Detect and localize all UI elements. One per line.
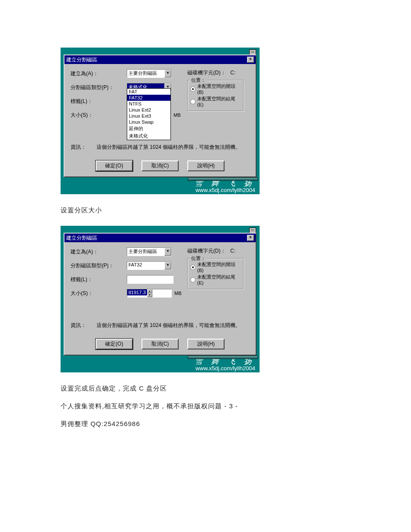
create-partition-dialog: 建立分割磁區 × 建立為(A)： 主要分割磁區 ▼ 分割磁區類型(P)： 未格式…	[64, 54, 257, 177]
partition-type-combo[interactable]: FAT32 ▼	[127, 261, 172, 270]
ok-button[interactable]: 確定(O)	[96, 339, 133, 349]
position-end-radio[interactable]: 未配置空間的結尾(E)	[190, 274, 241, 285]
screenshot-2: ▭ 建立分割磁區 × 建立為(A)： 主要分割磁區 ▼ 分割磁區類型(P)：	[61, 226, 260, 372]
position-group: 位置： 未配置空間的開頭(B) 未配置空間的結尾(E)	[187, 80, 244, 111]
dialog-title: 建立分割磁區	[66, 234, 97, 242]
create-as-label: 建立為(A)：	[71, 70, 127, 77]
partition-type-label: 分割磁區類型(P)：	[71, 262, 127, 269]
caption-confirm: 设置完成后点确定，完成 C 盘分区	[61, 385, 350, 393]
option-fat32[interactable]: FAT32	[127, 95, 170, 101]
spin-down-icon[interactable]: ▼	[147, 293, 152, 297]
help-button[interactable]: 說明(H)	[187, 160, 225, 171]
watermark: 雪 舞 飞 扬 www.x5dj.com/lyllh2004	[62, 179, 258, 193]
position-group-title: 位置：	[190, 255, 206, 262]
position-group-title: 位置：	[190, 77, 206, 83]
option-ntfs[interactable]: NTFS	[127, 101, 170, 107]
dialog-titlebar: 建立分割磁區 ×	[64, 55, 256, 64]
dialog-title: 建立分割磁區	[66, 56, 97, 64]
option-unformatted[interactable]: 未格式化	[127, 132, 170, 140]
cancel-button[interactable]: 取消(C)	[141, 160, 179, 171]
partition-type-dropdown[interactable]: FAT FAT32 NTFS Linux Ext2 Linux Ext3 Lin…	[127, 88, 171, 140]
option-ext3[interactable]: Linux Ext3	[127, 113, 170, 119]
size-unit: MB	[174, 291, 182, 296]
drive-letter-label: 磁碟機字元(D)：	[187, 247, 229, 255]
footer-disclaimer: 个人搜集资料,相互研究学习之用，概不承担版权问题 - 3 -	[61, 402, 350, 410]
close-icon[interactable]: ×	[247, 235, 254, 241]
create-as-label: 建立為(A)：	[71, 248, 127, 256]
chevron-down-icon[interactable]: ▼	[164, 70, 171, 77]
caption-set-size: 设置分区大小	[61, 206, 350, 215]
option-fat[interactable]: FAT	[127, 89, 170, 95]
help-button[interactable]: 說明(H)	[187, 339, 225, 349]
chevron-down-icon[interactable]: ▼	[164, 262, 171, 269]
screenshot-1: ▭ 建立分割磁區 × 建立為(A)： 主要分割磁區 ▼ 分割磁區類型(P)：	[61, 48, 260, 194]
size-label: 大小(S)：	[71, 112, 127, 119]
watermark-url: www.x5dj.com/lyllh2004	[65, 365, 255, 372]
document-page: ▭ 建立分割磁區 × 建立為(A)： 主要分割磁區 ▼ 分割磁區類型(P)：	[0, 0, 411, 464]
chevron-down-icon[interactable]: ▼	[164, 248, 171, 256]
close-icon[interactable]: ×	[247, 57, 254, 63]
drive-letter-value: C:	[230, 70, 235, 76]
footer-credit: 男佣整理 QQ:254256986	[61, 420, 350, 428]
ok-button[interactable]: 確定(O)	[96, 160, 133, 171]
option-swap[interactable]: Linux Swap	[127, 119, 170, 125]
partition-type-label: 分割磁區類型(P)：	[71, 84, 127, 91]
info-label: 資訊：	[71, 144, 90, 151]
cancel-button[interactable]: 取消(C)	[141, 339, 179, 349]
volume-label-label: 標籤(L)：	[71, 276, 127, 283]
size-input[interactable]: 81917.3 ▲▼	[127, 289, 172, 298]
dialog-titlebar: 建立分割磁區 ×	[64, 234, 256, 242]
volume-label-label: 標籤(L)：	[71, 98, 127, 105]
position-end-radio[interactable]: 未配置空間的結尾(E)	[190, 96, 241, 107]
spin-up-icon[interactable]: ▲	[147, 289, 152, 293]
option-extended[interactable]: 延伸的	[127, 125, 170, 132]
info-text: 這個分割磁區跨越了第 1024 個磁柱的界限，可能會無法開機。	[96, 322, 241, 329]
create-as-combo[interactable]: 主要分割磁區 ▼	[127, 69, 172, 78]
option-ext2[interactable]: Linux Ext2	[127, 107, 170, 113]
drive-letter-value: C:	[230, 248, 235, 254]
size-label: 大小(S)：	[71, 290, 127, 297]
info-text: 這個分割磁區跨越了第 1024 個磁柱的界限，可能會無法開機。	[96, 144, 241, 151]
position-begin-radio[interactable]: 未配置空間的開頭(B)	[190, 83, 241, 95]
position-begin-radio[interactable]: 未配置空間的開頭(B)	[190, 261, 241, 273]
create-partition-dialog: 建立分割磁區 × 建立為(A)： 主要分割磁區 ▼ 分割磁區類型(P)： FAT…	[64, 233, 257, 356]
create-as-combo[interactable]: 主要分割磁區 ▼	[127, 247, 172, 256]
info-label: 資訊：	[71, 322, 90, 329]
size-unit: MB	[173, 112, 181, 118]
watermark-url: www.x5dj.com/lyllh2004	[65, 187, 255, 193]
watermark: 雪 舞 飞 扬 www.x5dj.com/lyllh2004	[62, 357, 258, 372]
position-group: 位置： 未配置空間的開頭(B) 未配置空間的結尾(E)	[187, 258, 244, 289]
volume-label-input[interactable]	[127, 275, 173, 284]
drive-letter-label: 磁碟機字元(D)：	[187, 69, 229, 77]
